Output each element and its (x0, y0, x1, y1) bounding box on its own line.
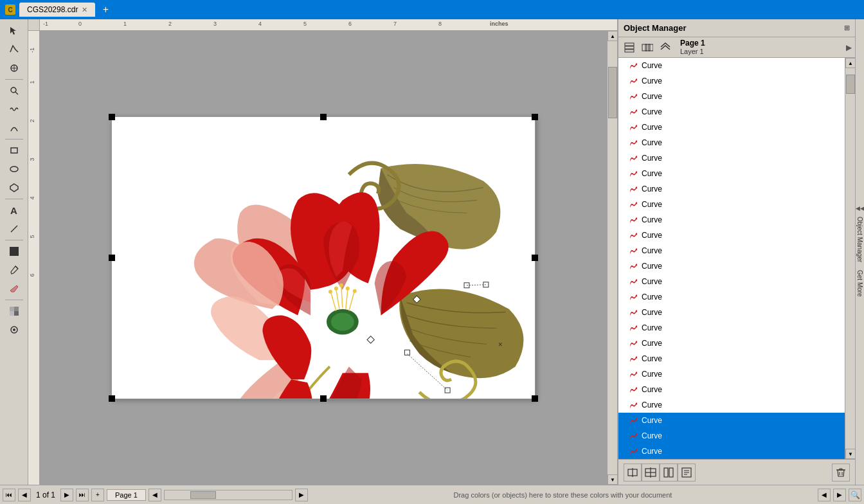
selection-handle-ml[interactable] (109, 255, 115, 261)
page-nav-last-btn[interactable]: ⏭ (76, 489, 89, 501)
obj-scroll-down-btn[interactable]: ▼ (845, 449, 855, 459)
hscrollbar[interactable] (164, 490, 292, 500)
outline-tool-btn[interactable] (4, 321, 24, 339)
object-list-item-11[interactable]: Curve (618, 212, 845, 228)
om-new-layer-btn[interactable] (624, 464, 642, 482)
drawing-area[interactable]: × (111, 116, 536, 399)
object-list-item-21[interactable]: Curve (618, 366, 845, 382)
interactive-fill-btn[interactable] (4, 302, 24, 320)
om-expand-arrow[interactable]: ▶ (845, 41, 852, 54)
svg-point-42 (334, 287, 338, 291)
object-list-item-12[interactable]: Curve (618, 228, 845, 243)
zoom-tool-btn[interactable] (4, 82, 24, 100)
panel-expand-btn[interactable]: ⊞ (844, 24, 850, 32)
om-layers-btn[interactable] (621, 40, 638, 55)
eyedropper-tool-btn[interactable] (4, 261, 24, 279)
object-list-item-7[interactable]: Curve (618, 150, 845, 166)
right-docker-handle[interactable]: ◀◀ Object Manager Get More (855, 19, 864, 485)
obj-scroll-thumb[interactable] (846, 75, 855, 94)
canvas-vscrollbar[interactable]: ▲ ▼ (607, 31, 617, 485)
object-list-item-2[interactable]: Curve (618, 73, 845, 89)
om-layer-settings-btn[interactable] (660, 464, 678, 482)
object-list-item-8[interactable]: Curve (618, 166, 845, 181)
selection-handle-br[interactable] (532, 395, 538, 402)
object-list-item-10[interactable]: Curve (618, 197, 845, 212)
page-tab[interactable]: Page 1 (107, 489, 146, 501)
selection-handle-tm[interactable] (320, 114, 327, 120)
scroll-thumb[interactable] (608, 67, 617, 118)
fill-tool-btn[interactable] (4, 242, 24, 260)
get-more-docker-tab[interactable]: Get More (856, 267, 863, 300)
object-list-item-25[interactable]: Curve (618, 428, 845, 444)
rect-tool-btn[interactable] (4, 141, 24, 159)
object-list-item-3[interactable]: Curve (618, 89, 845, 104)
object-list-item-1[interactable]: Curve (618, 58, 845, 73)
object-list-item-5[interactable]: Curve (618, 120, 845, 135)
shape-tool-btn[interactable] (4, 40, 24, 59)
add-tab-button[interactable]: + (99, 3, 112, 16)
object-list-item-20[interactable]: Curve (618, 351, 845, 366)
connector-tool-btn[interactable] (4, 220, 24, 238)
selection-handle-bl[interactable] (109, 395, 115, 402)
svg-text:4: 4 (258, 21, 262, 27)
selection-handle-mr[interactable] (532, 255, 538, 261)
om-delete-btn[interactable] (832, 464, 850, 482)
om-objects-btn[interactable] (639, 40, 656, 55)
status-text: Drag colors (or objects) here to store t… (310, 491, 815, 499)
freehand-tool-btn[interactable] (4, 100, 24, 118)
page-nav-prev-btn[interactable]: ◀ (18, 489, 31, 501)
eraser-tool-btn[interactable] (4, 280, 24, 298)
object-manager-docker-tab[interactable]: Object Manager (856, 214, 863, 265)
selection-handle-tl[interactable] (109, 114, 115, 120)
object-list-item-6[interactable]: Curve (618, 135, 845, 150)
tab-close-icon[interactable]: ✕ (82, 6, 87, 14)
object-list-item-13[interactable]: Curve (618, 243, 845, 258)
object-list-item-22[interactable]: Curve (618, 382, 845, 397)
svg-text:5: 5 (29, 235, 35, 238)
scroll-right-btn[interactable]: ▶ (295, 489, 308, 501)
scroll-down-btn[interactable]: ▼ (608, 474, 617, 485)
tab[interactable]: CGS20298.cdr ✕ (19, 3, 95, 17)
transform-tool-btn[interactable] (4, 59, 24, 77)
object-list-item-18[interactable]: Curve (618, 320, 845, 336)
selection-handle-tr[interactable] (532, 114, 538, 120)
text-tool-btn[interactable]: A (4, 201, 24, 219)
selection-handle-bm[interactable] (320, 395, 327, 402)
scroll-prev-btn[interactable]: ◀ (818, 489, 831, 501)
scroll-up-btn[interactable]: ▲ (608, 31, 617, 41)
ellipse-tool-btn[interactable] (4, 160, 24, 178)
page-nav-first-btn[interactable]: ⏮ (3, 489, 15, 501)
select-tool-btn[interactable] (4, 22, 24, 40)
obj-scroll-up-btn[interactable]: ▲ (845, 58, 855, 68)
hscroll-thumb[interactable] (190, 491, 216, 499)
svg-text:2: 2 (168, 21, 172, 27)
object-list-item-26[interactable]: Curve (618, 444, 845, 459)
add-page-btn[interactable]: + (91, 489, 104, 501)
docker-arrows[interactable]: ◀◀ (856, 205, 865, 212)
curve-label-20: Curve (642, 354, 662, 363)
obj-vscrollbar[interactable]: ▲ ▼ (845, 58, 855, 459)
curve-icon-25 (629, 432, 639, 440)
curve-label-14: Curve (642, 262, 662, 271)
object-list-item-24[interactable]: Curve (618, 413, 845, 428)
object-list-item-19[interactable]: Curve (618, 336, 845, 351)
polygon-tool-btn[interactable] (4, 179, 24, 197)
object-list-item-14[interactable]: Curve (618, 258, 845, 274)
scroll-left-btn[interactable]: ◀ (148, 489, 161, 501)
page-nav-next-btn[interactable]: ▶ (60, 489, 73, 501)
scroll-next-btn[interactable]: ▶ (833, 489, 846, 501)
smart-draw-tool-btn[interactable] (4, 119, 24, 137)
object-list-item-9[interactable]: Curve (618, 181, 845, 197)
object-list-item-16[interactable]: Curve (618, 289, 845, 305)
om-layers2-btn[interactable] (657, 40, 674, 55)
zoom-fit-btn[interactable]: 🔍 (849, 489, 861, 501)
canvas-viewport[interactable]: × (40, 31, 607, 485)
om-new-master-layer-btn[interactable] (642, 464, 660, 482)
object-list-item-17[interactable]: Curve (618, 305, 845, 320)
object-list-item-15[interactable]: Curve (618, 274, 845, 289)
object-list-item-4[interactable]: Curve (618, 104, 845, 120)
om-object-properties-btn[interactable] (678, 464, 696, 482)
svg-text:8: 8 (438, 21, 442, 27)
curve-label-8: Curve (642, 169, 662, 178)
object-list-item-23[interactable]: Curve (618, 397, 845, 413)
